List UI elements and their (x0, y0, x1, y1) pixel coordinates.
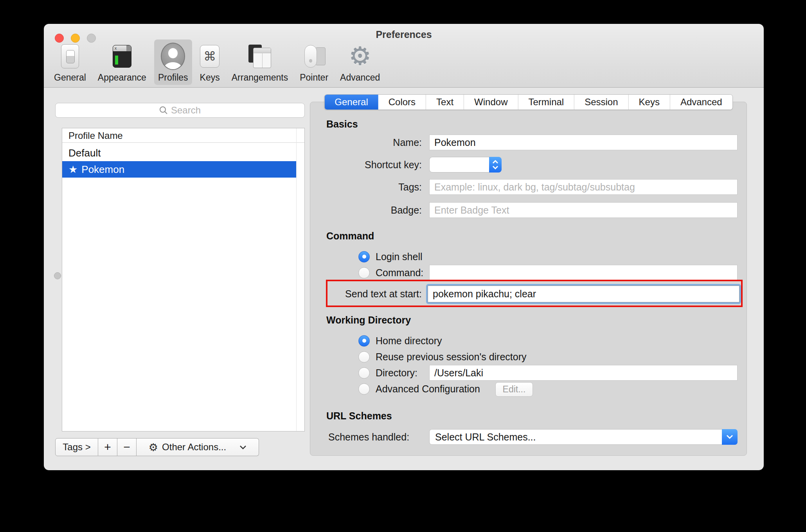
profile-list-header[interactable]: Profile Name (62, 128, 304, 143)
radio-unselected-icon (358, 367, 370, 379)
profile-tabs: General Colors Text Window Terminal Sess… (324, 94, 732, 110)
toolbar-label: Pointer (300, 73, 328, 82)
desktop-background: Preferences General x Appearance Prof (0, 0, 806, 532)
radio-unselected-icon (358, 267, 370, 279)
tags-label: Tags: (310, 179, 422, 195)
url-schemes-value: Select URL Schemes... (435, 431, 536, 442)
directory-option[interactable]: Directory: (358, 367, 417, 379)
badge-label: Badge: (310, 202, 422, 218)
command-field[interactable] (429, 265, 738, 280)
toolbar-label: Advanced (340, 73, 380, 82)
send-text-focus-ring (426, 284, 741, 304)
profile-search-input[interactable]: Search (55, 103, 305, 118)
radio-unselected-icon (358, 383, 370, 395)
tab-keys[interactable]: Keys (629, 95, 670, 110)
tags-field[interactable] (429, 179, 738, 195)
send-text-label: Send text at start: (310, 284, 422, 304)
reuse-directory-option[interactable]: Reuse previous session's directory (358, 351, 527, 363)
working-directory-heading: Working Directory (326, 315, 411, 326)
toolbar-item-arrangements[interactable]: Arrangements (228, 40, 292, 85)
appearance-icon: x (113, 42, 131, 71)
tab-colors[interactable]: Colors (378, 95, 426, 110)
profile-list: Profile Name Default ★Pokemon (62, 128, 305, 431)
schemes-handled-label: Schemes handled: (328, 429, 409, 445)
remove-profile-button[interactable]: − (117, 438, 137, 456)
tab-advanced[interactable]: Advanced (670, 95, 732, 110)
general-icon (61, 42, 79, 71)
profile-row-pokemon[interactable]: ★Pokemon (62, 161, 296, 178)
search-icon (159, 106, 168, 115)
window-header: Preferences General x Appearance Prof (44, 24, 764, 88)
splitter-handle[interactable] (54, 272, 61, 279)
tags-button[interactable]: Tags > (55, 438, 98, 456)
toolbar-label: Profiles (158, 73, 188, 82)
profiles-icon (161, 42, 185, 71)
profile-name: Pokemon (81, 164, 124, 175)
command-heading: Command (326, 230, 374, 242)
other-actions-dropdown[interactable]: ⚙ Other Actions... (137, 438, 259, 456)
tab-general[interactable]: General (324, 95, 378, 110)
preferences-window: Preferences General x Appearance Prof (44, 24, 764, 470)
toolbar-label: General (54, 73, 86, 82)
toolbar-item-profiles[interactable]: Profiles (154, 40, 192, 85)
login-shell-option[interactable]: Login shell (358, 251, 423, 262)
profile-list-footer: Tags > + − ⚙ Other Actions... (55, 438, 259, 456)
name-field[interactable] (429, 135, 738, 150)
name-label: Name: (310, 135, 422, 150)
add-profile-button[interactable]: + (98, 438, 117, 456)
tab-terminal[interactable]: Terminal (518, 95, 574, 110)
pointer-icon (303, 42, 326, 71)
toolbar-item-keys[interactable]: ⌘ Keys (196, 40, 224, 85)
chevron-down-icon (722, 429, 738, 445)
home-directory-option[interactable]: Home directory (358, 335, 442, 347)
profile-row-default[interactable]: Default (62, 145, 296, 161)
arrangements-icon (248, 42, 271, 71)
advanced-configuration-option[interactable]: Advanced Configuration (358, 383, 480, 395)
url-schemes-heading: URL Schemes (326, 410, 392, 422)
toolbar-item-advanced[interactable]: ⚙ Advanced (336, 40, 384, 85)
profile-name: Default (68, 147, 101, 159)
toolbar-label: Appearance (98, 73, 146, 82)
basics-heading: Basics (326, 119, 358, 130)
shortcut-key-label: Shortcut key: (310, 157, 422, 173)
command-option[interactable]: Command: (358, 267, 423, 279)
stepper-icon (489, 157, 502, 173)
url-schemes-dropdown[interactable]: Select URL Schemes... (429, 429, 738, 445)
radio-selected-icon (358, 251, 370, 262)
radio-unselected-icon (358, 351, 370, 363)
badge-field[interactable] (429, 202, 738, 218)
toolbar-label: Keys (200, 73, 220, 82)
window-title: Preferences (44, 29, 764, 40)
keys-icon: ⌘ (200, 42, 219, 71)
shortcut-key-dropdown[interactable] (429, 157, 502, 173)
toolbar-label: Arrangements (232, 73, 288, 82)
profile-settings-panel: General Colors Text Window Terminal Sess… (310, 102, 747, 456)
search-placeholder: Search (171, 105, 201, 116)
send-text-field[interactable] (428, 286, 739, 302)
chevron-down-icon (239, 445, 246, 449)
other-actions-label: Other Actions... (162, 442, 226, 453)
tab-text[interactable]: Text (426, 95, 464, 110)
directory-field[interactable] (429, 365, 738, 381)
preferences-toolbar: General x Appearance Profiles ⌘ (50, 40, 384, 85)
advanced-gear-icon: ⚙ (349, 42, 371, 71)
toolbar-item-pointer[interactable]: Pointer (296, 40, 332, 85)
radio-selected-icon (358, 335, 370, 347)
gear-icon: ⚙ (149, 441, 158, 453)
star-icon: ★ (68, 164, 77, 175)
column-separator (296, 128, 297, 431)
window-body: Search Profile Name Default ★Pokemon Tag… (44, 88, 764, 470)
toolbar-item-general[interactable]: General (50, 40, 90, 85)
tab-session[interactable]: Session (574, 95, 628, 110)
toolbar-item-appearance[interactable]: x Appearance (94, 40, 150, 85)
edit-button[interactable]: Edit... (495, 382, 533, 397)
tab-window[interactable]: Window (464, 95, 518, 110)
